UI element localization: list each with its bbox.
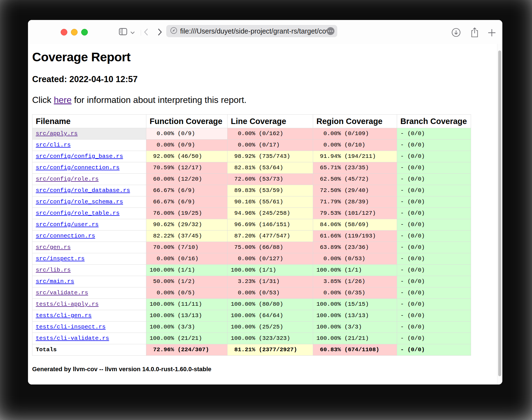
forward-button[interactable] xyxy=(158,28,162,36)
table-row: src/config/role_schema.rs 66.67% (6/9) 9… xyxy=(32,196,471,208)
region-coverage-cell: 72.50% (29/40) xyxy=(313,185,397,196)
branch-coverage-cell: - (0/0) xyxy=(397,151,471,162)
browser-window: file:///Users/duyet/side-project/grant-r… xyxy=(28,20,502,384)
line-coverage-cell: 3.23% (1/31) xyxy=(227,276,313,287)
close-window-button[interactable] xyxy=(61,29,67,36)
page-content: Coverage Report Created: 2022-04-10 12:5… xyxy=(28,44,497,384)
scrollbar-thumb[interactable] xyxy=(498,50,501,376)
filename-cell: src/config/user.rs xyxy=(32,219,146,230)
function-coverage-cell: 0.00% (0/16) xyxy=(146,253,227,264)
file-link[interactable]: src/cli.rs xyxy=(36,142,71,148)
region-coverage-cell: 61.66% (119/193) xyxy=(313,231,397,242)
filename-cell: Totals xyxy=(32,344,146,355)
filename-cell: src/lib.rs xyxy=(32,265,146,276)
filename-cell: src/apply.rs xyxy=(32,128,146,139)
file-link[interactable]: tests/cli-validate.rs xyxy=(36,335,109,341)
scrollbar-track[interactable] xyxy=(497,44,502,384)
column-header-function-coverage: Function Coverage xyxy=(146,115,227,128)
function-coverage-cell: 100.00% (11/11) xyxy=(146,299,227,310)
file-link[interactable]: tests/cli-inspect.rs xyxy=(36,324,106,330)
file-link[interactable]: src/config/role_database.rs xyxy=(36,187,130,194)
branch-coverage-cell: - (0/0) xyxy=(397,242,471,253)
table-row: tests/cli-gen.rs100.00% (13/13)100.00% (… xyxy=(32,310,471,321)
table-row: src/config/role_table.rs 76.00% (19/25) … xyxy=(32,208,471,219)
file-link[interactable]: tests/cli-apply.rs xyxy=(36,301,99,307)
file-link[interactable]: src/inspect.rs xyxy=(36,255,85,262)
file-link[interactable]: src/apply.rs xyxy=(36,130,78,137)
function-coverage-cell: 72.96% (224/307) xyxy=(146,344,227,355)
file-link[interactable]: src/config/role_schema.rs xyxy=(36,199,123,205)
region-coverage-cell: 79.53% (101/127) xyxy=(313,208,397,219)
function-coverage-cell: 82.22% (37/45) xyxy=(146,231,227,242)
file-link[interactable]: src/config/role.rs xyxy=(36,176,99,182)
line-coverage-cell: 75.00% (66/88) xyxy=(227,242,313,253)
line-coverage-cell: 94.96% (245/258) xyxy=(227,208,313,219)
file-link[interactable]: src/config/role_table.rs xyxy=(36,210,119,216)
address-bar[interactable]: file:///Users/duyet/side-project/grant-r… xyxy=(166,25,337,37)
function-coverage-cell: 60.00% (12/20) xyxy=(146,174,227,185)
filename-cell: src/main.rs xyxy=(32,276,146,287)
file-link[interactable]: src/connection.rs xyxy=(36,233,95,239)
new-tab-icon[interactable] xyxy=(487,28,496,37)
function-coverage-cell: 100.00% (1/1) xyxy=(146,265,227,276)
created-timestamp: Created: 2022-04-10 12:57 xyxy=(32,74,497,84)
branch-coverage-cell: - (0/0) xyxy=(397,265,471,276)
branch-coverage-cell: - (0/0) xyxy=(397,322,471,333)
region-coverage-cell: 0.00% (0/35) xyxy=(313,287,397,298)
downloads-icon[interactable] xyxy=(451,28,461,37)
info-link[interactable]: here xyxy=(54,95,71,105)
table-row: src/main.rs 50.00% (1/2) 3.23% (1/31) 3.… xyxy=(32,276,471,287)
line-coverage-cell: 72.60% (53/73) xyxy=(227,174,313,185)
function-coverage-cell: 66.67% (6/9) xyxy=(146,196,227,208)
branch-coverage-cell: - (0/0) xyxy=(397,287,471,298)
info-line: Click here for information about interpr… xyxy=(32,95,497,105)
table-row: tests/cli-apply.rs100.00% (11/11)100.00%… xyxy=(32,299,471,310)
filename-cell: src/cli.rs xyxy=(32,140,146,151)
filename-cell: src/connection.rs xyxy=(32,231,146,242)
compass-icon xyxy=(170,27,177,35)
line-coverage-cell: 100.00% (1/1) xyxy=(227,265,313,276)
zoom-window-button[interactable] xyxy=(81,29,88,36)
line-coverage-cell: 100.00% (80/80) xyxy=(227,299,313,310)
table-row: tests/cli-inspect.rs100.00% (3/3)100.00%… xyxy=(32,322,471,333)
file-link[interactable]: src/main.rs xyxy=(36,278,74,285)
region-coverage-cell: 65.71% (23/35) xyxy=(313,162,397,173)
branch-coverage-cell: - (0/0) xyxy=(397,231,471,242)
file-link[interactable]: src/config/connection.rs xyxy=(36,165,119,171)
filename-cell: src/gen.rs xyxy=(32,242,146,253)
function-coverage-cell: 70.00% (7/10) xyxy=(146,242,227,253)
table-row: src/config/role.rs 60.00% (12/20) 72.60%… xyxy=(32,174,471,185)
line-coverage-cell: 87.20% (477/547) xyxy=(227,231,313,242)
function-coverage-cell: 92.00% (46/50) xyxy=(146,151,227,162)
region-coverage-cell: 63.89% (23/36) xyxy=(313,242,397,253)
table-row: src/apply.rs 0.00% (0/9) 0.00% (0/162) 0… xyxy=(32,128,471,139)
screenshot-stage: file:///Users/duyet/side-project/grant-r… xyxy=(0,0,532,420)
function-coverage-cell: 100.00% (21/21) xyxy=(146,333,227,344)
region-coverage-cell: 100.00% (21/21) xyxy=(313,333,397,344)
share-icon[interactable] xyxy=(470,27,479,38)
branch-coverage-cell: - (0/0) xyxy=(397,344,471,355)
file-link[interactable]: tests/cli-gen.rs xyxy=(36,312,92,319)
function-coverage-cell: 0.00% (0/9) xyxy=(146,128,227,139)
file-link[interactable]: src/config/config_base.rs xyxy=(36,153,123,160)
file-link[interactable]: src/lib.rs xyxy=(36,267,71,273)
minimize-window-button[interactable] xyxy=(71,29,78,36)
chevron-down-icon[interactable] xyxy=(130,31,135,34)
file-link[interactable]: src/config/user.rs xyxy=(36,221,99,228)
region-coverage-cell: 91.94% (194/211) xyxy=(313,151,397,162)
coverage-table: FilenameFunction CoverageLine CoverageRe… xyxy=(32,114,471,356)
table-header-row: FilenameFunction CoverageLine CoverageRe… xyxy=(32,115,471,128)
line-coverage-cell: 81.21% (2377/2927) xyxy=(227,344,313,355)
back-button[interactable] xyxy=(144,28,148,36)
totals-row: Totals 72.96% (224/307) 81.21% (2377/292… xyxy=(32,344,471,355)
more-options-icon[interactable] xyxy=(327,27,334,35)
file-link[interactable]: src/validate.rs xyxy=(36,290,88,296)
url-text: file:///Users/duyet/side-project/grant-r… xyxy=(180,27,327,35)
branch-coverage-cell: - (0/0) xyxy=(397,276,471,287)
sidebar-toggle-icon[interactable] xyxy=(119,28,127,35)
function-coverage-cell: 100.00% (13/13) xyxy=(146,310,227,321)
column-header-region-coverage: Region Coverage xyxy=(313,115,397,128)
branch-coverage-cell: - (0/0) xyxy=(397,128,471,139)
file-link[interactable]: src/gen.rs xyxy=(36,244,71,251)
region-coverage-cell: 0.00% (0/53) xyxy=(313,253,397,264)
